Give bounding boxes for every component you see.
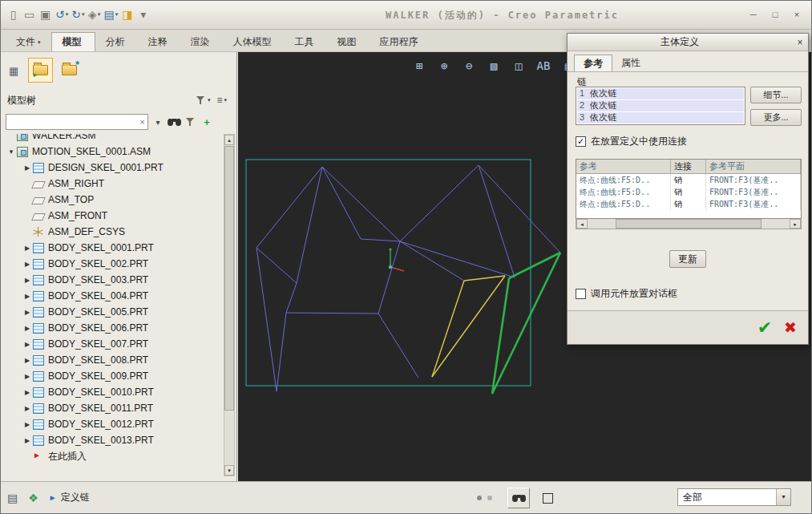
scroll-right-icon[interactable]	[790, 219, 801, 229]
close-button[interactable]: ×	[787, 7, 806, 22]
expand-arrow-icon[interactable]: ▶	[22, 261, 33, 268]
regenerate-icon[interactable]: ◈ ▾	[87, 5, 103, 24]
ribbon-tab[interactable]: 文件 ▾	[6, 32, 51, 51]
expand-arrow-icon[interactable]: ▶	[22, 164, 33, 172]
customize-toolbar-icon[interactable]: ▾	[135, 5, 151, 24]
chain-list-item[interactable]: 2 依次链	[577, 100, 744, 111]
zoom-box-icon[interactable]: ⊞	[410, 57, 429, 75]
scrollbar-thumb[interactable]	[224, 146, 234, 411]
dialog-title-bar[interactable]: 主体定义 ×	[568, 34, 808, 51]
tree-item[interactable]: ▶ BODY_SKEL_003.PRT	[1, 272, 222, 288]
ribbon-tab[interactable]: 应用程序	[370, 32, 431, 51]
table-row[interactable]: 终点:曲线:F5:D.. 销 FRONT:F3(基准..	[576, 186, 801, 198]
grid-icon[interactable]: ▦	[9, 65, 18, 77]
ribbon-tab[interactable]: 模型	[51, 32, 95, 51]
tree-item[interactable]: ▶ BODY_SKEL_005.PRT	[1, 304, 222, 320]
dialog-tab[interactable]: 属性	[612, 55, 649, 71]
save-icon[interactable]: ▣	[38, 5, 54, 24]
clear-search-icon[interactable]: ×	[137, 117, 147, 127]
tree-item[interactable]: ▶ BODY_SKEL_0010.PRT	[1, 384, 222, 400]
tree-item[interactable]: 在此插入	[1, 448, 222, 464]
table-row[interactable]: 终点:曲线:F5:D.. 销 FRONT:F3(基准..	[576, 174, 801, 186]
chain-list-item[interactable]: 1 依次链	[577, 88, 744, 99]
tree-item[interactable]: ▶ BODY_SKEL_0001.PRT	[1, 240, 222, 256]
model-tree-toggle-icon[interactable]: ▤	[7, 492, 18, 504]
expand-arrow-icon[interactable]: ▼	[6, 148, 17, 156]
tree-item[interactable]: ▶ BODY_SKEL_0012.PRT	[1, 416, 222, 432]
zoom-in-icon[interactable]: ⊕	[434, 57, 454, 75]
tree-item[interactable]: ▶ BODY_SKEL_008.PRT	[1, 352, 222, 368]
tree-item[interactable]: ASM_TOP	[1, 192, 222, 208]
open-icon[interactable]: ▭	[22, 5, 38, 24]
selection-box-button[interactable]	[536, 488, 559, 508]
expand-arrow-icon[interactable]: ▶	[22, 405, 33, 412]
tree-item[interactable]: ▶ BODY_SKEL_009.PRT	[1, 368, 222, 384]
dialog-tab[interactable]: 参考	[574, 55, 612, 71]
tree-item[interactable]: ▶ BODY_SKEL_007.PRT	[1, 336, 222, 352]
use-connection-checkbox[interactable]: ✓	[576, 136, 586, 147]
selection-filter-combo[interactable]: 全部 ▾	[677, 488, 791, 506]
tree-display-button[interactable]: ≡ ▾	[213, 93, 230, 107]
new-file-icon[interactable]: ▯	[6, 5, 22, 24]
expand-arrow-icon[interactable]: ▶	[22, 277, 33, 284]
table-row[interactable]: 终点:曲线:F5:D.. 销 FRONT:F3(基准..	[576, 198, 801, 210]
repaint-icon[interactable]: ▧	[484, 57, 503, 75]
tree-item[interactable]: ▶ BODY_SKEL_004.PRT	[1, 288, 222, 304]
tree-item[interactable]: ▶ BODY_SKEL_002.PRT	[1, 256, 222, 272]
dialog-close-button[interactable]: ×	[792, 35, 808, 50]
ribbon-tab[interactable]: 人体模型	[223, 32, 285, 51]
tree-item[interactable]: WALKER.ASM	[1, 134, 222, 144]
zoom-out-icon[interactable]: ⊖	[459, 57, 479, 75]
scroll-left-icon[interactable]	[576, 219, 588, 229]
expand-arrow-icon[interactable]: ▶	[22, 421, 33, 428]
ribbon-tab[interactable]: 视图	[327, 32, 370, 51]
active-window-icon[interactable]: ◨	[119, 5, 135, 24]
chain-list-item[interactable]: 3 依次链	[577, 112, 744, 123]
windows-icon[interactable]: ▤ ▾	[103, 5, 120, 24]
find-button[interactable]	[168, 115, 181, 129]
ribbon-tab[interactable]: 工具	[285, 32, 327, 51]
filter-button[interactable]	[184, 115, 197, 129]
find-tool-button[interactable]	[507, 488, 530, 508]
expand-arrow-icon[interactable]: ▶	[22, 245, 33, 252]
detail-button[interactable]: 细节...	[750, 87, 802, 103]
chevron-down-icon[interactable]: ▾	[776, 489, 790, 505]
ok-button[interactable]: ✔	[757, 319, 772, 337]
expand-arrow-icon[interactable]: ▶	[22, 325, 33, 332]
maximize-button[interactable]: □	[766, 7, 785, 22]
tree-item[interactable]: ▶ BODY_SKEL_006.PRT	[1, 320, 222, 336]
stacked-folders-button[interactable]: ►	[28, 58, 53, 83]
tree-item[interactable]: ▶ DESIGN_SKEL_0001.PRT	[1, 160, 222, 176]
ribbon-tab[interactable]: 渲染	[180, 32, 223, 51]
tree-item[interactable]: ▶ BODY_SKEL_0013.PRT	[1, 432, 222, 448]
minimize-button[interactable]: ─	[744, 7, 763, 22]
expand-arrow-icon[interactable]: ▶	[22, 357, 33, 364]
expand-arrow-icon[interactable]: ▶	[22, 293, 33, 300]
table-horizontal-scrollbar[interactable]	[576, 219, 802, 229]
add-filter-button[interactable]: +	[200, 115, 213, 129]
ribbon-tab[interactable]: 分析	[95, 32, 138, 51]
more-button[interactable]: 更多...	[750, 109, 802, 126]
scroll-up-icon[interactable]	[224, 135, 234, 145]
expand-arrow-icon[interactable]: ▶	[22, 389, 33, 396]
tree-item[interactable]: ASM_FRONT	[1, 208, 222, 224]
expand-arrow-icon[interactable]: ▶	[22, 309, 33, 316]
search-history-button[interactable]: ▾	[151, 115, 164, 129]
scrollbar-track[interactable]	[588, 219, 790, 229]
update-button[interactable]: 更新	[669, 250, 706, 268]
ribbon-tab[interactable]: 注释	[138, 32, 180, 51]
undo-icon[interactable]: ↺ ▾	[54, 5, 70, 24]
tree-scrollbar[interactable]	[224, 134, 235, 476]
tree-item[interactable]: ▶ BODY_SKEL_0011.PRT	[1, 400, 222, 416]
tree-item[interactable]: ASM_RIGHT	[1, 176, 222, 192]
tree-search-input[interactable]	[6, 115, 137, 128]
scroll-down-icon[interactable]	[224, 465, 234, 476]
tree-filter-button[interactable]: ▾	[193, 94, 214, 107]
expand-arrow-icon[interactable]: ▶	[22, 341, 33, 348]
tree-item[interactable]: ▼ MOTION_SKEL_0001.ASM	[1, 144, 222, 160]
placement-dialog-checkbox[interactable]	[576, 289, 586, 299]
tree-item[interactable]: ASM_DEF_CSYS	[1, 224, 222, 240]
expand-arrow-icon[interactable]: ▶	[22, 437, 33, 444]
expand-arrow-icon[interactable]: ▶	[22, 373, 33, 380]
scrollbar-thumb[interactable]	[616, 219, 761, 229]
